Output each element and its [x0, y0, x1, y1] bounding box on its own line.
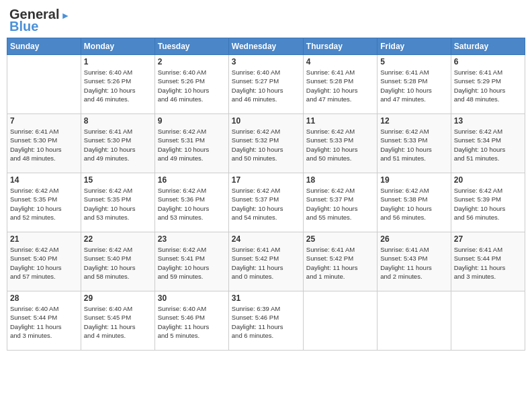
day-info: Sunrise: 6:40 AM Sunset: 5:44 PM Dayligh… [10, 304, 78, 340]
day-info: Sunrise: 6:42 AM Sunset: 5:31 PM Dayligh… [158, 127, 226, 163]
calendar-cell: 18Sunrise: 6:42 AM Sunset: 5:37 PM Dayli… [303, 173, 377, 232]
day-info: Sunrise: 6:40 AM Sunset: 5:27 PM Dayligh… [232, 68, 300, 103]
day-header-saturday: Saturday [451, 38, 525, 55]
day-info: Sunrise: 6:41 AM Sunset: 5:42 PM Dayligh… [232, 245, 300, 281]
calendar-cell [7, 55, 81, 114]
day-number: 10 [232, 116, 300, 126]
day-info: Sunrise: 6:41 AM Sunset: 5:43 PM Dayligh… [380, 245, 447, 281]
day-header-friday: Friday [378, 38, 451, 55]
day-info: Sunrise: 6:40 AM Sunset: 5:45 PM Dayligh… [84, 304, 152, 340]
logo: General► Blue [9, 7, 70, 34]
day-header-wednesday: Wednesday [228, 38, 303, 55]
calendar-cell: 15Sunrise: 6:42 AM Sunset: 5:35 PM Dayli… [81, 173, 154, 232]
day-info: Sunrise: 6:42 AM Sunset: 5:32 PM Dayligh… [232, 127, 300, 163]
day-number: 26 [380, 234, 447, 244]
day-info: Sunrise: 6:42 AM Sunset: 5:35 PM Dayligh… [10, 186, 78, 222]
calendar-cell: 22Sunrise: 6:42 AM Sunset: 5:40 PM Dayli… [81, 232, 154, 291]
calendar-cell: 24Sunrise: 6:41 AM Sunset: 5:42 PM Dayli… [228, 232, 303, 291]
calendar-week-4: 21Sunrise: 6:42 AM Sunset: 5:40 PM Dayli… [7, 232, 525, 291]
day-number: 19 [380, 175, 447, 185]
calendar-cell: 16Sunrise: 6:42 AM Sunset: 5:36 PM Dayli… [154, 173, 228, 232]
day-header-sunday: Sunday [7, 38, 81, 55]
day-info: Sunrise: 6:42 AM Sunset: 5:34 PM Dayligh… [454, 127, 522, 163]
day-number: 24 [232, 234, 300, 244]
day-number: 20 [454, 175, 522, 185]
day-info: Sunrise: 6:41 AM Sunset: 5:30 PM Dayligh… [10, 127, 78, 163]
day-number: 9 [158, 116, 226, 126]
day-info: Sunrise: 6:42 AM Sunset: 5:35 PM Dayligh… [84, 186, 152, 222]
day-number: 30 [158, 293, 226, 303]
day-number: 16 [158, 175, 226, 185]
calendar-cell: 5Sunrise: 6:41 AM Sunset: 5:28 PM Daylig… [378, 55, 451, 114]
calendar-week-3: 14Sunrise: 6:42 AM Sunset: 5:35 PM Dayli… [7, 173, 525, 232]
day-number: 12 [380, 116, 447, 126]
day-number: 7 [10, 116, 78, 126]
day-info: Sunrise: 6:42 AM Sunset: 5:41 PM Dayligh… [158, 245, 226, 281]
day-number: 29 [84, 293, 152, 303]
day-number: 8 [84, 116, 152, 126]
calendar-cell: 21Sunrise: 6:42 AM Sunset: 5:40 PM Dayli… [7, 232, 81, 291]
day-info: Sunrise: 6:41 AM Sunset: 5:28 PM Dayligh… [380, 68, 447, 103]
day-number: 5 [380, 57, 447, 66]
day-number: 4 [306, 57, 374, 66]
logo-bird-icon: ► [60, 10, 70, 21]
day-info: Sunrise: 6:39 AM Sunset: 5:46 PM Dayligh… [232, 304, 300, 340]
calendar-cell: 25Sunrise: 6:41 AM Sunset: 5:42 PM Dayli… [303, 232, 377, 291]
day-number: 13 [454, 116, 522, 126]
day-header-tuesday: Tuesday [154, 38, 228, 55]
calendar-cell: 31Sunrise: 6:39 AM Sunset: 5:46 PM Dayli… [228, 291, 303, 351]
calendar-cell [451, 291, 525, 351]
day-info: Sunrise: 6:42 AM Sunset: 5:40 PM Dayligh… [84, 245, 152, 281]
calendar-cell: 29Sunrise: 6:40 AM Sunset: 5:45 PM Dayli… [81, 291, 154, 351]
day-number: 27 [454, 234, 522, 244]
calendar-cell: 2Sunrise: 6:40 AM Sunset: 5:26 PM Daylig… [154, 55, 228, 114]
day-header-thursday: Thursday [303, 38, 377, 55]
day-info: Sunrise: 6:42 AM Sunset: 5:37 PM Dayligh… [306, 186, 374, 222]
day-number: 11 [306, 116, 374, 126]
day-number: 21 [10, 234, 78, 244]
day-info: Sunrise: 6:42 AM Sunset: 5:37 PM Dayligh… [232, 186, 300, 222]
day-info: Sunrise: 6:42 AM Sunset: 5:39 PM Dayligh… [454, 186, 522, 222]
day-number: 18 [306, 175, 374, 185]
day-info: Sunrise: 6:40 AM Sunset: 5:26 PM Dayligh… [158, 68, 226, 103]
calendar-week-1: 1Sunrise: 6:40 AM Sunset: 5:26 PM Daylig… [7, 55, 525, 114]
day-info: Sunrise: 6:41 AM Sunset: 5:44 PM Dayligh… [454, 245, 522, 281]
day-info: Sunrise: 6:41 AM Sunset: 5:29 PM Dayligh… [454, 68, 522, 103]
day-header-monday: Monday [81, 38, 154, 55]
calendar-cell: 14Sunrise: 6:42 AM Sunset: 5:35 PM Dayli… [7, 173, 81, 232]
day-info: Sunrise: 6:40 AM Sunset: 5:46 PM Dayligh… [158, 304, 226, 340]
calendar-cell: 8Sunrise: 6:41 AM Sunset: 5:30 PM Daylig… [81, 114, 154, 173]
header-row: SundayMondayTuesdayWednesdayThursdayFrid… [7, 38, 525, 55]
calendar-cell: 4Sunrise: 6:41 AM Sunset: 5:28 PM Daylig… [303, 55, 377, 114]
calendar-cell: 7Sunrise: 6:41 AM Sunset: 5:30 PM Daylig… [7, 114, 81, 173]
calendar-cell [378, 291, 451, 351]
logo-blue: Blue [9, 19, 38, 34]
day-info: Sunrise: 6:42 AM Sunset: 5:33 PM Dayligh… [380, 127, 447, 163]
calendar-cell: 17Sunrise: 6:42 AM Sunset: 5:37 PM Dayli… [228, 173, 303, 232]
day-info: Sunrise: 6:42 AM Sunset: 5:38 PM Dayligh… [380, 186, 447, 222]
calendar-cell: 28Sunrise: 6:40 AM Sunset: 5:44 PM Dayli… [7, 291, 81, 351]
day-number: 28 [10, 293, 78, 303]
day-number: 15 [84, 175, 152, 185]
day-number: 6 [454, 57, 522, 66]
calendar-cell: 12Sunrise: 6:42 AM Sunset: 5:33 PM Dayli… [378, 114, 451, 173]
calendar-cell: 13Sunrise: 6:42 AM Sunset: 5:34 PM Dayli… [451, 114, 525, 173]
calendar-week-5: 28Sunrise: 6:40 AM Sunset: 5:44 PM Dayli… [7, 291, 525, 351]
day-number: 22 [84, 234, 152, 244]
day-info: Sunrise: 6:42 AM Sunset: 5:40 PM Dayligh… [10, 245, 78, 281]
day-number: 17 [232, 175, 300, 185]
day-info: Sunrise: 6:41 AM Sunset: 5:28 PM Dayligh… [306, 68, 374, 103]
calendar-cell: 6Sunrise: 6:41 AM Sunset: 5:29 PM Daylig… [451, 55, 525, 114]
day-info: Sunrise: 6:42 AM Sunset: 5:33 PM Dayligh… [306, 127, 374, 163]
day-number: 14 [10, 175, 78, 185]
day-number: 3 [232, 57, 300, 66]
calendar-cell: 23Sunrise: 6:42 AM Sunset: 5:41 PM Dayli… [154, 232, 228, 291]
calendar-cell: 19Sunrise: 6:42 AM Sunset: 5:38 PM Dayli… [378, 173, 451, 232]
calendar-week-2: 7Sunrise: 6:41 AM Sunset: 5:30 PM Daylig… [7, 114, 525, 173]
calendar-cell: 1Sunrise: 6:40 AM Sunset: 5:26 PM Daylig… [81, 55, 154, 114]
page-header: General► Blue [7, 7, 525, 34]
day-number: 2 [158, 57, 226, 66]
calendar-cell: 30Sunrise: 6:40 AM Sunset: 5:46 PM Dayli… [154, 291, 228, 351]
day-info: Sunrise: 6:40 AM Sunset: 5:26 PM Dayligh… [84, 68, 152, 103]
calendar-cell: 11Sunrise: 6:42 AM Sunset: 5:33 PM Dayli… [303, 114, 377, 173]
